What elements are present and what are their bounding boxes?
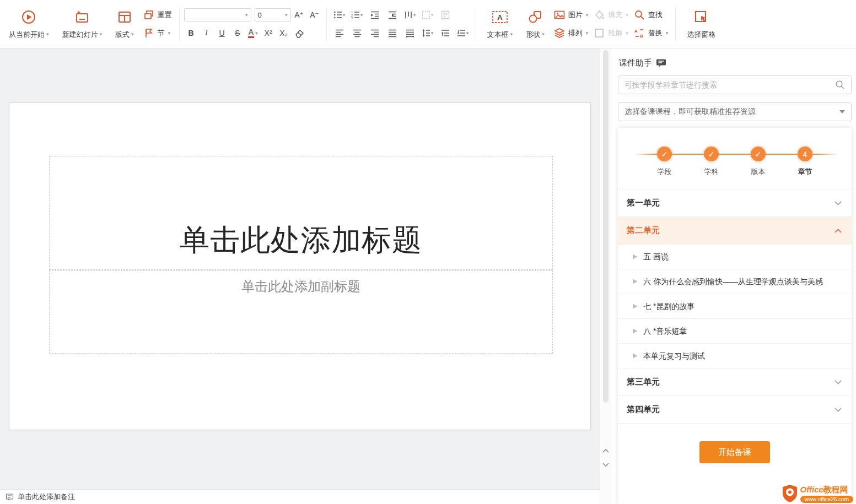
section-label: 节 xyxy=(158,28,165,38)
space-before-button[interactable] xyxy=(437,26,454,40)
toolbar: 从当前开始▾ 新建幻灯片▾ 版式▾ 重置 xyxy=(0,0,856,48)
subtitle-placeholder[interactable]: 单击此处添加副标题 xyxy=(49,270,553,354)
bullet-list-button[interactable]: ▾ xyxy=(331,8,348,21)
font-name-select[interactable]: ▾ xyxy=(184,8,251,21)
start-lesson-prep-button[interactable]: 开始备课 xyxy=(699,441,770,463)
font-size-select[interactable]: ▾ xyxy=(255,8,291,21)
lesson-marker-icon xyxy=(632,328,638,334)
arrange-button[interactable]: 排列 ▾ xyxy=(551,26,591,40)
font-name-input[interactable] xyxy=(187,11,244,19)
subscript-button[interactable]: X₂ xyxy=(277,26,291,40)
slide-canvas[interactable]: 单击此处添加标题 单击此处添加副标题 单击此处添加备注 xyxy=(0,48,600,504)
replace-button[interactable]: AB 替换 ▾ xyxy=(631,26,671,40)
resource-search-box[interactable] xyxy=(618,75,852,94)
lesson-item[interactable]: 本单元复习与测试 xyxy=(618,344,852,368)
notes-placeholder-text: 单击此处添加备注 xyxy=(18,492,75,502)
text-box-button[interactable]: A 文本框▾ xyxy=(481,3,520,46)
unit-3-header[interactable]: 第三单元 xyxy=(618,368,852,396)
distribute-button[interactable] xyxy=(402,26,418,40)
section-button[interactable]: 节 ▾ xyxy=(141,26,175,40)
next-slide-button[interactable] xyxy=(601,458,611,472)
slide[interactable]: 单击此处添加标题 单击此处添加副标题 xyxy=(9,102,591,430)
step-subject[interactable]: ✓ 学科 xyxy=(688,147,735,177)
paragraph-group: ▾ 123 ▾ ▾ ▾ xyxy=(331,3,471,46)
numbered-list-button[interactable]: 123 ▾ xyxy=(349,8,365,21)
align-left-button[interactable] xyxy=(331,26,348,40)
find-label: 查找 xyxy=(648,10,663,20)
step-version[interactable]: ✓ 版本 xyxy=(735,147,782,177)
wizard-steps: ✓ 学段 ✓ 学科 ✓ 版本 4 章节 xyxy=(618,128,852,189)
fill-button[interactable]: 填充 ▾ xyxy=(591,8,631,21)
text-direction-button[interactable]: ▾ xyxy=(419,8,436,21)
selection-pane-button[interactable]: 选择窗格 xyxy=(680,3,722,46)
font-size-input[interactable] xyxy=(258,11,283,19)
caret-down-icon: ▾ xyxy=(343,13,346,18)
search-icon[interactable] xyxy=(835,80,845,90)
font-group: ▾ ▾ A⁺ A⁻ B I U S A ▾ X² X₂ xyxy=(184,3,322,46)
underline-button[interactable]: U xyxy=(215,26,229,40)
caret-down-icon: ▾ xyxy=(542,32,545,37)
layout-label: 版式 xyxy=(115,30,130,40)
italic-button[interactable]: I xyxy=(200,26,214,40)
new-slide-button[interactable]: 新建幻灯片▾ xyxy=(56,3,109,46)
bold-button[interactable]: B xyxy=(184,26,198,40)
svg-text:A: A xyxy=(634,29,638,34)
increase-font-button[interactable]: A⁺ xyxy=(292,8,306,21)
magnifier-icon xyxy=(634,9,645,20)
find-button[interactable]: 查找 xyxy=(631,8,671,21)
office26-watermark: Office教程网 www.office26.com xyxy=(782,484,853,503)
lesson-marker-icon xyxy=(632,253,638,260)
unit-4-header[interactable]: 第四单元 xyxy=(618,396,852,424)
decrease-font-button[interactable]: A⁻ xyxy=(308,8,322,21)
clear-format-button[interactable] xyxy=(292,26,306,40)
font-color-button[interactable]: A ▾ xyxy=(246,26,260,40)
shapes-button[interactable]: 形状▾ xyxy=(519,3,551,46)
caret-down-icon: ▾ xyxy=(431,13,434,18)
caret-down-icon: ▾ xyxy=(413,13,416,18)
align-right-button[interactable] xyxy=(367,26,383,40)
subtitle-placeholder-text: 单击此处添加副标题 xyxy=(241,278,360,295)
title-placeholder[interactable]: 单击此处添加标题 xyxy=(49,156,553,270)
lesson-item-text: 五 画说 xyxy=(643,251,669,262)
align-center-button[interactable] xyxy=(349,26,365,40)
lesson-item-text: 六 你为什么会感到愉快——从生理学观点谈美与美感 xyxy=(643,276,823,287)
step-number-badge: 4 xyxy=(798,147,812,161)
picture-label: 图片 xyxy=(568,10,583,20)
unit-1-header[interactable]: 第一单元 xyxy=(618,189,852,217)
columns-button[interactable]: ▾ xyxy=(402,8,418,21)
step-stage[interactable]: ✓ 学段 xyxy=(641,147,688,177)
unit-2-header[interactable]: 第二单元 xyxy=(618,217,852,245)
fill-label: 填充 xyxy=(608,10,622,20)
svg-text:3: 3 xyxy=(351,17,353,19)
course-selector[interactable]: 选择备课课程，即可获取精准推荐资源 xyxy=(618,102,852,121)
notes-bar[interactable]: 单击此处添加备注 xyxy=(0,489,600,504)
unit-2-label: 第二单元 xyxy=(627,225,660,236)
step-done-icon: ✓ xyxy=(657,147,672,161)
lesson-item[interactable]: 七 *昆剧的故事 xyxy=(618,294,852,319)
start-from-current-button[interactable]: 从当前开始▾ xyxy=(2,3,56,46)
lesson-item[interactable]: 六 你为什么会感到愉快——从生理学观点谈美与美感 xyxy=(618,269,852,294)
increase-indent-button[interactable] xyxy=(384,8,401,21)
strikethrough-button[interactable]: S xyxy=(230,26,245,40)
vertical-scrollbar[interactable] xyxy=(600,48,611,504)
outline-button[interactable]: 轮廓 ▾ xyxy=(591,26,631,40)
resource-search-input[interactable] xyxy=(624,80,835,89)
step-chapter[interactable]: 4 章节 xyxy=(782,147,828,177)
superscript-button[interactable]: X² xyxy=(261,26,276,40)
lesson-item[interactable]: 八 *音乐短章 xyxy=(618,319,852,344)
decrease-indent-button[interactable] xyxy=(367,8,383,21)
layout-button[interactable]: 版式▾ xyxy=(109,3,141,46)
toolbar-separator xyxy=(476,7,476,41)
scrollbar-thumb[interactable] xyxy=(603,50,609,403)
shapes-icon xyxy=(527,9,543,25)
space-after-button[interactable]: ▾ xyxy=(455,26,471,40)
paragraph-layout-button[interactable] xyxy=(437,8,454,21)
lesson-item[interactable]: 五 画说 xyxy=(618,245,852,269)
step-done-icon: ✓ xyxy=(704,147,719,161)
previous-slide-button[interactable] xyxy=(601,443,611,458)
notes-icon xyxy=(6,493,14,501)
line-spacing-button[interactable]: ▾ xyxy=(419,26,436,40)
picture-button[interactable]: 图片 ▾ xyxy=(551,8,591,21)
reset-button[interactable]: 重置 xyxy=(141,8,175,21)
justify-button[interactable] xyxy=(384,26,401,40)
